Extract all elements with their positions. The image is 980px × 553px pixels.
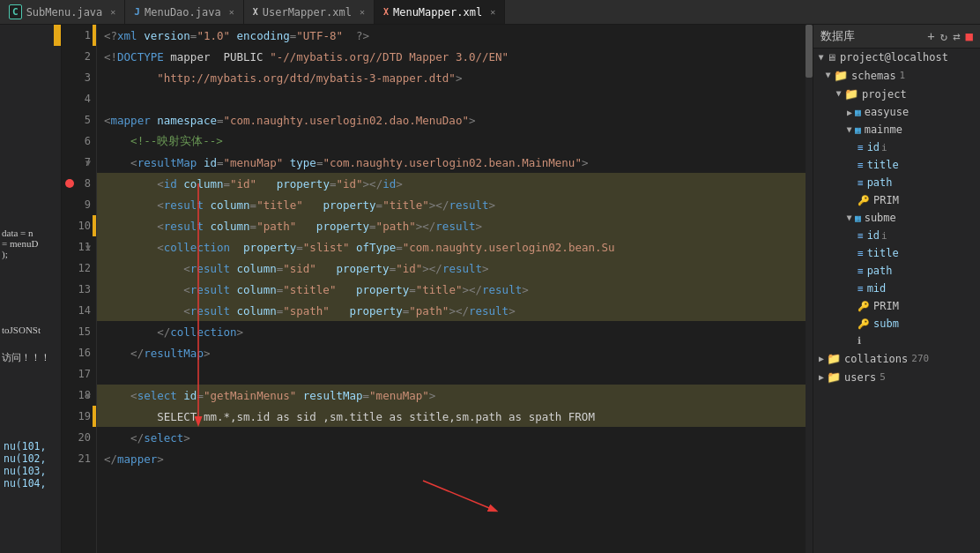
code-line-1: <?xml version="1.0" encoding="UTF-8" ?> <box>97 25 806 46</box>
mainme-label: mainme <box>865 123 902 136</box>
scrollbar-thumb[interactable] <box>806 25 813 78</box>
line-num-14: 14 <box>78 304 91 317</box>
db-item-connection[interactable]: ▶ 🖥 project@localhost <box>813 49 980 66</box>
collations-label: collations <box>844 353 908 365</box>
mini-code-line-2: nu(102, <box>4 452 57 465</box>
mini-code-line-4: nu(104, <box>4 477 57 489</box>
code-line-8: <id column="id" property="id"></id> <box>97 173 806 194</box>
tab-close-submenu[interactable]: ✕ <box>110 7 115 17</box>
tab-label-menudao: MenuDao.java <box>145 6 221 19</box>
fold-icon-18[interactable]: ▼ <box>85 391 91 400</box>
gutter-line-13: 13 <box>62 279 96 300</box>
gutter-line-3: 3 <box>62 67 96 88</box>
code-line-19: SELECT mm.*,sm.id as sid ,sm.title as st… <box>97 406 806 427</box>
line-content-11: <collection property="slist" ofType="com… <box>104 241 615 254</box>
code-editor[interactable]: <?xml version="1.0" encoding="UTF-8" ?> … <box>97 25 806 553</box>
db-item-project[interactable]: ▶ 📁 project <box>813 85 980 103</box>
code-line-21: </mapper> <box>97 448 806 469</box>
tab-label-menumapper: MenuMapper.xml <box>393 6 482 19</box>
mainme-title-label: title <box>867 159 899 171</box>
db-item-subme-id[interactable]: ≡ id i <box>813 227 980 244</box>
db-item-subme-info[interactable]: ℹ <box>813 333 980 349</box>
mini-code-line-1: nu(101, <box>4 440 57 452</box>
code-line-7: <resultMap id="menuMap" type="com.naught… <box>97 152 806 173</box>
line-num-15: 15 <box>78 325 91 338</box>
gutter-line-16: 16 <box>62 342 96 363</box>
highlight-bar-1 <box>93 25 96 46</box>
users-label: users <box>844 371 876 384</box>
gutter-line-1: 1 <box>62 25 96 46</box>
tab-icon-c: C <box>9 4 22 19</box>
db-item-mainme-title[interactable]: ≡ title <box>813 156 980 174</box>
subme-prim-label: PRIM <box>873 300 899 312</box>
schemas-label: schemas <box>851 70 896 82</box>
line-indicator-top <box>54 25 61 46</box>
tab-close-usermapper[interactable]: ✕ <box>360 7 365 17</box>
db-item-subme-prim[interactable]: 🔑 PRIM <box>813 297 980 315</box>
table-icon-subme: ▦ <box>855 213 861 224</box>
tab-close-menudao[interactable]: ✕ <box>229 7 234 17</box>
line-num-17: 17 <box>78 368 91 380</box>
editor-area: 1 2 3 4 5 6 7 ▼ 8 9 10 11 ▼ <box>62 25 813 553</box>
project-label: project <box>862 88 907 101</box>
line-content-20: </select> <box>104 431 190 445</box>
connection-arrow: ▶ <box>817 55 827 60</box>
code-line-16: </resultMap> <box>97 342 806 363</box>
subme-mid-label: mid <box>867 282 887 295</box>
code-line-6: <!--映射实体--> <box>97 131 806 152</box>
tab-usermapper[interactable]: X UserMapper.xml ✕ <box>244 0 375 24</box>
annotation-data: data = n = menuD ); <box>2 228 38 259</box>
line-num-6: 6 <box>85 135 91 147</box>
vertical-scrollbar[interactable] <box>806 25 813 553</box>
db-item-schemas[interactable]: ▶ 📁 schemas 1 <box>813 66 980 85</box>
line-content-7: <resultMap id="menuMap" type="com.naught… <box>104 156 588 169</box>
db-item-collations[interactable]: ▶ 📁 collations 270 <box>813 349 980 368</box>
db-item-mainme-id[interactable]: ≡ id i <box>813 138 980 156</box>
gutter-line-19: 19 <box>62 406 96 427</box>
main-area: nu(101, nu(102, nu(103, nu(104, data = n… <box>0 25 980 553</box>
gutter-line-10: 10 <box>62 215 96 236</box>
breakpoint-8[interactable] <box>65 179 74 188</box>
subme-fk-label: subm <box>873 318 899 330</box>
column-icon-mainme-path: ≡ <box>858 177 864 189</box>
fold-icon-7[interactable]: ▼ <box>85 158 91 168</box>
tab-submenu[interactable]: C SubMenu.java ✕ <box>0 0 125 24</box>
line-num-3: 3 <box>85 71 91 84</box>
db-item-subme-fk[interactable]: 🔑 subm <box>813 315 980 333</box>
db-item-subme-path[interactable]: ≡ path <box>813 262 980 280</box>
db-item-mainme-path[interactable]: ≡ path <box>813 174 980 191</box>
gutter-line-11: 11 ▼ <box>62 236 96 258</box>
db-item-subme-mid[interactable]: ≡ mid <box>813 280 980 297</box>
db-item-subme[interactable]: ▶ ▦ subme <box>813 209 980 227</box>
tab-menudao[interactable]: J MenuDao.java ✕ <box>125 0 243 24</box>
column-icon-subme-mid: ≡ <box>858 283 864 295</box>
tab-menumapper[interactable]: X MenuMapper.xml ✕ <box>375 0 505 24</box>
db-item-subme-title[interactable]: ≡ title <box>813 244 980 262</box>
db-refresh-btn[interactable]: ↻ <box>940 29 947 43</box>
highlight-bar-19 <box>93 406 96 427</box>
subme-arrow: ▶ <box>845 215 855 220</box>
line-num-12: 12 <box>78 262 91 274</box>
tab-icon-j: J <box>134 6 140 18</box>
fold-icon-11[interactable]: ▼ <box>85 243 91 252</box>
line-num-16: 16 <box>78 347 91 359</box>
db-add-btn[interactable]: + <box>927 29 934 43</box>
db-item-easyuse[interactable]: ▶ ▦ easyuse <box>813 103 980 121</box>
project-arrow: ▶ <box>835 91 844 96</box>
db-item-users[interactable]: ▶ 📁 users 5 <box>813 368 980 386</box>
subme-id-type: i <box>881 230 887 242</box>
tab-close-menumapper[interactable]: ✕ <box>490 7 495 17</box>
column-icon-mainme-title: ≡ <box>858 160 864 171</box>
line-num-13: 13 <box>78 283 91 295</box>
key-icon-mainme-prim: 🔑 <box>858 195 870 206</box>
db-item-mainme[interactable]: ▶ ▦ mainme <box>813 121 980 138</box>
easyuse-label: easyuse <box>865 106 909 118</box>
line-content-10: <result column="path" property="path"></… <box>104 220 482 233</box>
gutter-line-20: 20 <box>62 427 96 448</box>
mainme-arrow: ▶ <box>845 127 855 132</box>
db-item-mainme-prim[interactable]: 🔑 PRIM <box>813 191 980 209</box>
line-content-14: <result column="spath" property="path"><… <box>104 304 516 318</box>
db-sync-btn[interactable]: ⇄ <box>953 29 960 43</box>
db-stop-btn[interactable]: ■ <box>966 29 973 43</box>
code-line-18: <select id="getMainMenus" resultMap="men… <box>97 385 806 406</box>
